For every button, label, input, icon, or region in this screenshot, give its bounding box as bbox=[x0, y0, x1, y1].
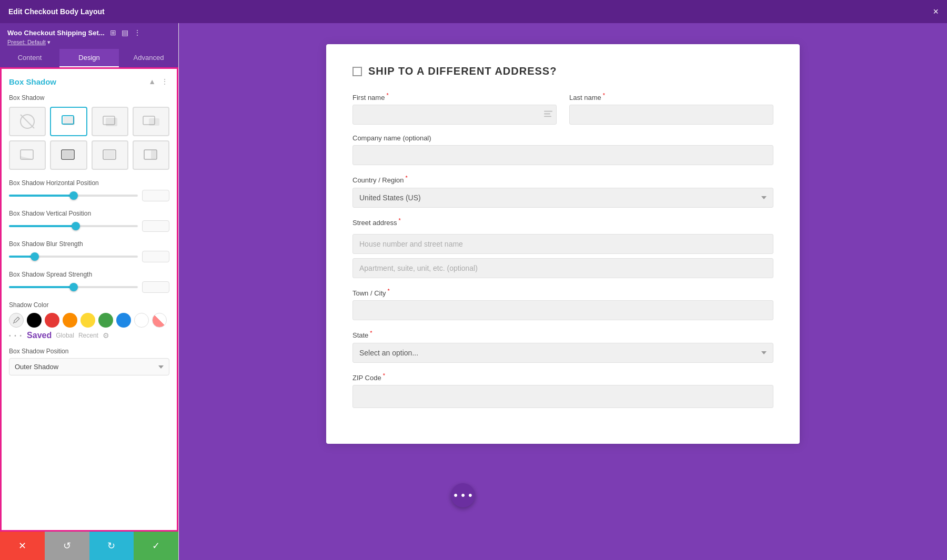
tab-advanced[interactable]: Advanced bbox=[119, 49, 178, 67]
position-select[interactable]: Outer Shadow Inner Shadow bbox=[9, 358, 169, 375]
horizontal-position-slider-row: 0px bbox=[9, 190, 169, 201]
svg-rect-18 bbox=[544, 116, 551, 117]
street-address-input-1[interactable] bbox=[352, 234, 773, 254]
first-name-input[interactable] bbox=[352, 105, 557, 125]
save-button[interactable]: ✓ bbox=[134, 532, 178, 560]
spread-strength-slider-row: 0px bbox=[9, 281, 169, 293]
preset-label[interactable]: Preset: Default ▾ bbox=[7, 39, 171, 46]
shadow-option-inner-full[interactable] bbox=[50, 140, 87, 170]
subsection-label: Box Shadow bbox=[9, 94, 169, 101]
swatch-red[interactable] bbox=[45, 313, 59, 328]
swatch-yellow[interactable] bbox=[80, 313, 95, 328]
ship-checkbox[interactable] bbox=[352, 67, 362, 76]
undo-icon: ↺ bbox=[63, 540, 71, 552]
vertical-position-control: Box Shadow Vertical Position 2px bbox=[9, 210, 169, 232]
fab-button[interactable]: • • • bbox=[451, 483, 475, 507]
shadow-option-none[interactable] bbox=[9, 107, 46, 136]
shadow-option-outer-right[interactable] bbox=[92, 107, 128, 136]
shadow-option-inner-right[interactable] bbox=[133, 140, 169, 170]
vertical-position-label: Box Shadow Vertical Position bbox=[9, 210, 169, 217]
zip-group: ZIP Code * bbox=[352, 372, 773, 408]
shadow-color-label: Shadow Color bbox=[9, 301, 169, 309]
ship-title: SHIP TO A DIFFERENT ADDRESS? bbox=[368, 65, 557, 77]
company-row: Company name (optional) bbox=[352, 134, 773, 165]
form-card: SHIP TO A DIFFERENT ADDRESS? First name … bbox=[326, 44, 800, 444]
spread-strength-control: Box Shadow Spread Strength 0px bbox=[9, 271, 169, 293]
town-label: Town / City * bbox=[352, 288, 773, 297]
cancel-icon: ✕ bbox=[18, 540, 26, 552]
last-name-label: Last name * bbox=[569, 92, 773, 101]
section-more-button[interactable]: ⋮ bbox=[160, 76, 169, 87]
color-tab-recent[interactable]: Recent bbox=[78, 332, 98, 339]
swatch-green[interactable] bbox=[98, 313, 113, 328]
tab-content[interactable]: Content bbox=[0, 49, 59, 67]
svg-rect-3 bbox=[63, 117, 75, 125]
cancel-button[interactable]: ✕ bbox=[0, 532, 45, 560]
redo-button[interactable]: ↻ bbox=[89, 532, 134, 560]
section-collapse-button[interactable]: ▲ bbox=[147, 76, 157, 87]
svg-rect-14 bbox=[151, 150, 156, 159]
shadow-option-inner-light[interactable] bbox=[92, 140, 128, 170]
town-group: Town / City * bbox=[352, 288, 773, 320]
svg-rect-5 bbox=[106, 118, 117, 126]
town-row: Town / City * bbox=[352, 288, 773, 320]
swatch-blue[interactable] bbox=[116, 313, 131, 328]
shadow-option-inner-bottom-left[interactable] bbox=[9, 140, 46, 170]
shadow-option-outer-center[interactable] bbox=[50, 107, 87, 136]
swatch-transparent[interactable] bbox=[152, 313, 167, 328]
country-label: Country / Region * bbox=[352, 175, 773, 184]
country-group: Country / Region * United States (US) bbox=[352, 175, 773, 207]
spread-strength-thumb[interactable] bbox=[69, 283, 78, 291]
last-name-input[interactable] bbox=[569, 105, 773, 125]
zip-input[interactable] bbox=[352, 385, 773, 408]
svg-rect-12 bbox=[104, 151, 115, 158]
blur-strength-thumb[interactable] bbox=[31, 252, 39, 261]
vertical-position-track[interactable] bbox=[9, 225, 138, 227]
vertical-position-value[interactable]: 2px bbox=[142, 220, 169, 232]
street-address-input-2[interactable] bbox=[352, 258, 773, 278]
swatch-white[interactable] bbox=[134, 313, 149, 328]
vertical-position-slider-row: 2px bbox=[9, 220, 169, 232]
name-row: First name * Last name * bbox=[352, 92, 773, 125]
horizontal-position-track[interactable] bbox=[9, 195, 138, 197]
shadow-option-outer-far-right[interactable] bbox=[133, 107, 169, 136]
svg-rect-7 bbox=[149, 118, 159, 126]
sidebar-content: Box Shadow ▲ ⋮ Box Shadow bbox=[0, 67, 178, 532]
module-icon-more[interactable]: ⋮ bbox=[133, 27, 142, 38]
sidebar-tabs: Content Design Advanced bbox=[0, 49, 178, 67]
blur-strength-track[interactable] bbox=[9, 256, 138, 258]
color-tab-saved[interactable]: Saved bbox=[27, 331, 52, 340]
swatch-black[interactable] bbox=[27, 313, 42, 328]
company-input[interactable] bbox=[352, 145, 773, 165]
country-row: Country / Region * United States (US) bbox=[352, 175, 773, 207]
horizontal-position-thumb[interactable] bbox=[69, 191, 78, 200]
first-name-icon-button[interactable] bbox=[544, 111, 552, 119]
country-select[interactable]: United States (US) bbox=[352, 188, 773, 208]
horizontal-position-value[interactable]: 0px bbox=[142, 190, 169, 201]
section-header-actions: ▲ ⋮ bbox=[147, 76, 169, 87]
close-button[interactable]: × bbox=[933, 6, 939, 17]
module-name-label: Woo Checkout Shipping Set... bbox=[7, 29, 105, 37]
horizontal-position-control: Box Shadow Horizontal Position 0px bbox=[9, 179, 169, 201]
module-icon-settings[interactable]: ⊞ bbox=[109, 27, 117, 38]
first-name-label: First name * bbox=[352, 92, 557, 101]
undo-button[interactable]: ↺ bbox=[45, 532, 89, 560]
color-swatches bbox=[9, 313, 169, 328]
fab-icon: • • • bbox=[454, 488, 472, 502]
section-title: Box Shadow bbox=[9, 77, 56, 86]
town-input[interactable] bbox=[352, 300, 773, 320]
blur-strength-slider-row: 18px bbox=[9, 251, 169, 262]
color-eyedropper[interactable] bbox=[9, 313, 24, 328]
tab-design[interactable]: Design bbox=[59, 49, 119, 67]
swatch-orange[interactable] bbox=[63, 313, 77, 328]
spread-strength-track[interactable] bbox=[9, 286, 138, 288]
module-icon-grid[interactable]: ▤ bbox=[120, 27, 129, 38]
color-tab-global[interactable]: Global bbox=[56, 332, 74, 339]
spread-strength-value[interactable]: 0px bbox=[142, 281, 169, 293]
color-settings-icon[interactable]: ⚙ bbox=[103, 331, 109, 340]
state-select[interactable]: Select an option... bbox=[352, 343, 773, 363]
sidebar-toolbar: ✕ ↺ ↻ ✓ bbox=[0, 532, 178, 560]
vertical-position-thumb[interactable] bbox=[72, 222, 80, 230]
blur-strength-value[interactable]: 18px bbox=[142, 251, 169, 262]
blur-strength-label: Box Shadow Blur Strength bbox=[9, 240, 169, 248]
